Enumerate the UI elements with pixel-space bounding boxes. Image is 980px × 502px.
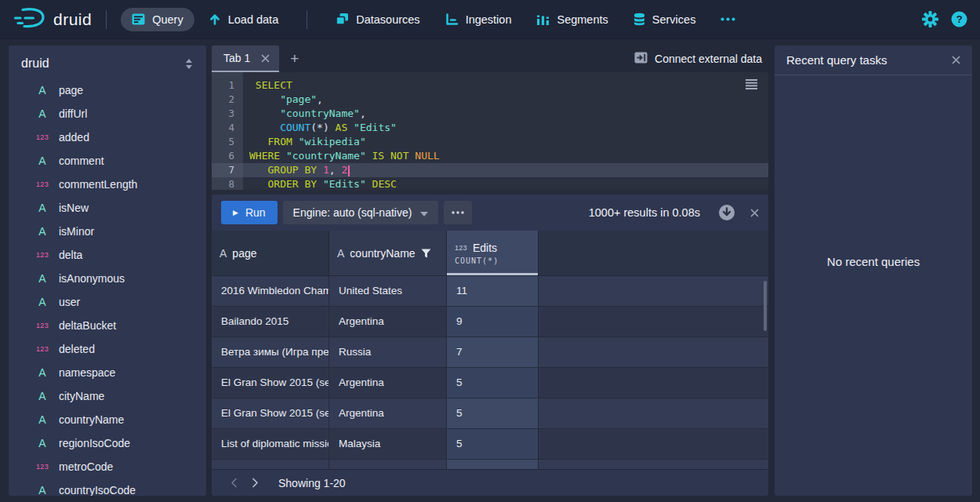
column-header-Edits[interactable]: 123EditsCOUNT(*)	[447, 231, 539, 275]
column-header-countryName[interactable]: AcountryName	[329, 231, 447, 275]
run-button[interactable]: ▶ Run	[221, 201, 278, 224]
column-isMinor[interactable]: AisMinor	[9, 220, 206, 243]
nav-item-label: Load data	[228, 13, 279, 26]
column-commentLength[interactable]: 123commentLength	[9, 173, 206, 196]
table-cell[interactable]	[212, 460, 329, 469]
column-countryName[interactable]: AcountryName	[9, 408, 206, 431]
table-cell[interactable]: Argentina	[329, 368, 447, 398]
editor-menu-icon[interactable]	[746, 79, 757, 92]
nav-item-services[interactable]: Services	[622, 7, 707, 31]
table-cell[interactable]: Argentina	[329, 307, 447, 337]
nav-item-more[interactable]	[710, 12, 746, 27]
table-cell[interactable]: Bailando 2015	[212, 307, 329, 337]
table-cell[interactable]: 11	[447, 276, 539, 307]
string-type-icon: A	[337, 247, 344, 260]
table-cell[interactable]: Argentina	[329, 398, 447, 429]
segments-icon	[536, 13, 550, 26]
download-icon[interactable]	[718, 204, 735, 221]
nav-item-ingestion[interactable]: Ingestion	[434, 8, 523, 31]
tasks-panel-title: Recent query tasks	[786, 53, 887, 67]
table-cell[interactable]: 5	[447, 398, 539, 429]
druid-logo[interactable]: druid	[13, 6, 92, 32]
new-tab-button[interactable]: +	[279, 45, 310, 72]
editor-code[interactable]: SELECT "page", "countryName", COUNT(*) A…	[243, 72, 768, 195]
more-options-button[interactable]	[444, 201, 472, 224]
column-deleted[interactable]: 123deleted	[9, 337, 206, 361]
recent-query-tasks-panel: Recent query tasks No recent queries	[775, 45, 972, 496]
column-label: isAnonymous	[59, 272, 125, 285]
sql-editor[interactable]: 12345678 SELECT "page", "countryName", C…	[212, 72, 768, 195]
table-cell[interactable]: 2016 Wimbledon Championships	[212, 276, 329, 307]
close-panel-icon[interactable]	[952, 56, 960, 64]
engine-select[interactable]: Engine: auto (sql-native)	[283, 201, 439, 224]
string-type-icon: A	[34, 484, 51, 496]
column-label: added	[59, 131, 89, 144]
table-cell[interactable]: El Gran Show 2015 (season)	[212, 398, 329, 429]
filter-icon[interactable]	[421, 249, 431, 258]
column-label: cityName	[59, 390, 104, 402]
table-cell[interactable]	[329, 460, 447, 469]
number-type-icon: 123	[34, 345, 51, 353]
string-type-icon: A	[34, 272, 51, 285]
table-cell[interactable]: 9	[447, 307, 539, 337]
tab-query[interactable]: Tab 1	[212, 45, 279, 72]
connect-external-data-button[interactable]: Connect external data	[628, 45, 768, 72]
table-row: 2016 Wimbledon ChampionshipsUnited State…	[212, 276, 768, 307]
table-cell[interactable]: Ветра зимы (Игра престолов)	[212, 337, 329, 368]
column-label: isNew	[59, 202, 89, 214]
next-page-icon[interactable]	[245, 478, 266, 488]
column-label: deleted	[59, 343, 95, 355]
column-regionIsoCode[interactable]: AregionIsoCode	[9, 431, 206, 455]
column-label: page	[59, 84, 83, 96]
column-isNew[interactable]: AisNew	[9, 196, 206, 220]
row-filler	[539, 307, 768, 337]
datasource-header[interactable]: druid	[9, 50, 206, 77]
column-page[interactable]: Apage	[9, 78, 206, 102]
column-list: ApageAdiffUrl123addedAcomment123commentL…	[9, 77, 206, 496]
table-cell[interactable]: 7	[447, 337, 539, 368]
column-user[interactable]: Auser	[9, 290, 206, 314]
column-deltaBucket[interactable]: 123deltaBucket	[9, 314, 206, 337]
column-added[interactable]: 123added	[9, 126, 206, 149]
sort-columns-icon[interactable]	[184, 58, 194, 70]
editor-gutter: 12345678	[212, 72, 243, 195]
nav-item-datasources[interactable]: Datasources	[325, 7, 430, 31]
help-icon[interactable]: ?	[951, 11, 967, 27]
column-cityName[interactable]: AcityName	[9, 384, 206, 408]
datasource-sidebar: druid ApageAdiffUrl123addedAcomment123co…	[9, 45, 206, 496]
table-cell[interactable]	[447, 460, 539, 469]
chevron-down-icon	[420, 206, 428, 219]
table-cell[interactable]: El Gran Show 2015 (season)	[212, 368, 329, 398]
results-scrollbar[interactable]	[764, 281, 767, 331]
nav-item-load-data[interactable]: Load data	[198, 7, 290, 31]
column-namespace[interactable]: Anamespace	[9, 361, 206, 384]
line-number: 7	[212, 163, 243, 177]
column-metroCode[interactable]: 123metroCode	[9, 455, 206, 478]
table-cell[interactable]: 5	[447, 368, 539, 398]
nav-item-segments[interactable]: Segments	[525, 8, 619, 31]
column-comment[interactable]: Acomment	[9, 149, 206, 173]
number-type-icon: 123	[34, 180, 51, 188]
settings-gear-icon[interactable]	[922, 11, 938, 27]
table-row: Ветра зимы (Игра престолов)Russia7	[212, 337, 768, 368]
column-isAnonymous[interactable]: AisAnonymous	[9, 267, 206, 290]
nav-item-query[interactable]: Query	[121, 8, 194, 31]
column-countryIsoCode[interactable]: AcountryIsoCode	[9, 478, 206, 496]
line-number: 3	[212, 107, 243, 121]
code-line: "page",	[243, 93, 768, 107]
close-results-icon[interactable]	[750, 209, 759, 217]
table-cell[interactable]: Russia	[329, 337, 447, 368]
column-diffUrl[interactable]: AdiffUrl	[9, 102, 206, 126]
column-label: comment	[59, 155, 104, 167]
close-tab-icon[interactable]	[261, 54, 270, 63]
table-cell[interactable]: Malaysia	[329, 429, 447, 460]
editor-scrollbar[interactable]	[212, 190, 768, 195]
table-cell[interactable]: 5	[447, 429, 539, 460]
column-header-page[interactable]: Apage	[212, 231, 329, 275]
prev-page-icon[interactable]	[223, 478, 245, 488]
row-filler	[539, 398, 768, 429]
empty-message: No recent queries	[827, 255, 920, 268]
column-delta[interactable]: 123delta	[9, 243, 206, 267]
table-cell[interactable]: List of diplomatic missions	[212, 429, 329, 460]
table-cell[interactable]: United States	[329, 276, 447, 307]
